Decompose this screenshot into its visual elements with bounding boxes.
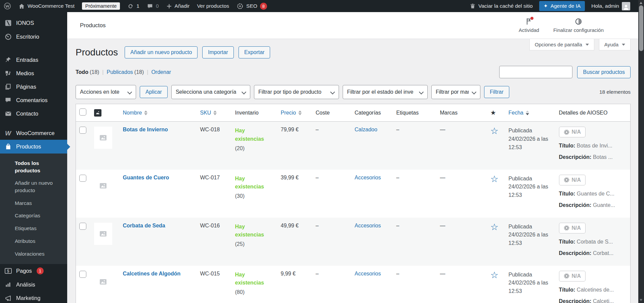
select-all-checkbox[interactable] xyxy=(79,109,86,116)
submenu-add-product[interactable]: Añadir un nuevo producto xyxy=(0,177,67,197)
comments-button[interactable]: 0 xyxy=(143,0,163,12)
filter-button[interactable]: Filtrar xyxy=(484,86,509,98)
aioseo-na-button[interactable]: N/A xyxy=(559,175,586,185)
scroll-down-arrow-icon[interactable] xyxy=(640,299,642,301)
row-checkbox[interactable] xyxy=(79,127,86,134)
featured-star-toggle[interactable]: ☆ xyxy=(490,174,499,184)
admin-bar-right: Vaciar la caché del sitio ✦ Agente de IA… xyxy=(466,0,634,12)
my-account-button[interactable]: Hola, admin xyxy=(588,0,634,12)
sidebar-item-woocommerce[interactable]: W WooCommerce xyxy=(0,127,67,140)
envelope-icon xyxy=(4,110,12,117)
view-products-button[interactable]: Ver productos xyxy=(193,0,233,12)
category-link[interactable]: Accesorios xyxy=(355,271,381,276)
featured-star-toggle[interactable]: ☆ xyxy=(490,222,499,232)
date-cell: Publicada24/02/2026 a las12:53 xyxy=(505,122,556,170)
scrollbar-thumb[interactable] xyxy=(639,5,643,51)
menu-separator xyxy=(0,121,67,127)
sidebar-item-contacto[interactable]: Contacto xyxy=(0,107,67,121)
view-sort-link[interactable]: Ordenar xyxy=(151,69,171,75)
new-content-button[interactable]: Añadir xyxy=(163,0,194,12)
category-link[interactable]: Calzadoo xyxy=(355,127,378,132)
ai-agent-button[interactable]: ✦ Agente de IA xyxy=(539,1,585,11)
stock-status-filter-select[interactable]: Filtrar por el estado del inventario xyxy=(343,85,428,99)
tags-cell: – xyxy=(393,266,437,303)
import-button[interactable]: Importar xyxy=(202,46,234,58)
stock-qty: (30) xyxy=(235,193,274,199)
column-header-fecha[interactable]: Fecha xyxy=(505,104,556,122)
row-checkbox[interactable] xyxy=(79,271,86,278)
aioseo-na-button[interactable]: N/A xyxy=(559,223,586,233)
product-name-link[interactable]: Corbata de Seda xyxy=(123,223,165,228)
featured-star-toggle[interactable]: ☆ xyxy=(490,270,499,280)
product-name-link[interactable]: Botas de Invierno xyxy=(123,127,168,132)
updates-button[interactable]: 1 xyxy=(124,0,143,12)
vertical-scrollbar[interactable] xyxy=(638,0,644,303)
product-thumbnail[interactable] xyxy=(94,271,112,293)
brand-filter-select[interactable]: Filtrar por marca xyxy=(431,85,480,99)
row-checkbox[interactable] xyxy=(79,175,86,182)
product-thumbnail[interactable] xyxy=(94,223,112,245)
seo-button[interactable]: SEO 8 xyxy=(233,0,271,12)
table-row: Calcetines de Algodón WC-015 Hay existen… xyxy=(76,266,631,303)
coming-soon-badge[interactable]: Próximamente xyxy=(78,0,124,12)
tags-cell: – xyxy=(393,218,437,266)
seo-title: Título: Botas de Invi... xyxy=(559,143,627,149)
sidebar-item-medios[interactable]: Medios xyxy=(0,67,67,80)
screen-options-button[interactable]: Opciones de pantalla xyxy=(529,39,594,50)
sidebar-item-escritorio[interactable]: Escritorio xyxy=(0,30,67,44)
export-button[interactable]: Exportar xyxy=(239,46,270,58)
product-name-link[interactable]: Calcetines de Algodón xyxy=(123,271,181,276)
sidebar-item-analisis[interactable]: Análisis xyxy=(0,278,67,291)
cost-cell: – xyxy=(312,266,351,303)
sidebar-item-marketing[interactable]: Marketing xyxy=(0,291,67,303)
sku-cell: WC-015 xyxy=(197,266,232,303)
submenu-brands[interactable]: Marcas xyxy=(0,197,67,210)
product-type-filter-select[interactable]: Filtrar por tipo de producto xyxy=(254,85,339,99)
featured-star-toggle[interactable]: ☆ xyxy=(490,126,499,136)
sku-cell: WC-016 xyxy=(197,218,232,266)
row-checkbox[interactable] xyxy=(79,223,86,230)
scroll-up-arrow-icon[interactable] xyxy=(640,2,642,4)
product-thumbnail[interactable] xyxy=(94,175,112,197)
payments-count-badge: 1 xyxy=(37,267,44,274)
category-link[interactable]: Accesorios xyxy=(355,223,381,228)
bulk-actions-select[interactable]: Acciones en lote xyxy=(76,85,136,99)
aioseo-na-button[interactable]: N/A xyxy=(559,127,586,137)
sidebar-item-pagos[interactable]: $ Pagos 1 xyxy=(0,264,67,278)
sidebar-item-comentarios[interactable]: Comentarios xyxy=(0,93,67,107)
apply-button[interactable]: Aplicar xyxy=(140,86,168,98)
add-product-button[interactable]: Añadir un nuevo producto xyxy=(125,46,198,58)
submenu-attributes[interactable]: Atributos xyxy=(0,235,67,248)
product-thumbnail[interactable] xyxy=(94,127,112,149)
column-header-nombre[interactable]: Nombre xyxy=(120,104,197,122)
sidebar-item-ionos[interactable]: IONOS xyxy=(0,16,67,30)
search-products-button[interactable]: Buscar productos xyxy=(577,66,631,78)
sidebar-item-productos[interactable]: Productos xyxy=(0,140,67,154)
site-name-button[interactable]: WooCommerce Test xyxy=(15,0,78,12)
activity-button[interactable]: Actividad xyxy=(519,18,539,33)
submenu-tags[interactable]: Etiquetas xyxy=(0,222,67,235)
view-all-link[interactable]: Todo(18) xyxy=(76,69,99,75)
search-input[interactable] xyxy=(499,66,572,78)
submenu-reviews[interactable]: Valoraciones xyxy=(0,248,67,260)
help-button[interactable]: Ayuda xyxy=(599,39,631,50)
submenu-all-products[interactable]: Todos los productos xyxy=(0,157,67,177)
seo-description: Descripción: Guante... xyxy=(559,202,627,208)
aioseo-na-button[interactable]: N/A xyxy=(559,271,586,282)
finish-setup-button[interactable]: Finalizar configuración xyxy=(553,18,604,33)
category-link[interactable]: Accesorios xyxy=(355,175,381,180)
product-name-link[interactable]: Guantes de Cuero xyxy=(123,175,169,180)
sidebar-item-paginas[interactable]: Páginas xyxy=(0,80,67,93)
wordpress-logo-button[interactable] xyxy=(0,0,15,12)
clear-cache-button[interactable]: Vaciar la caché del sitio xyxy=(466,0,536,12)
column-header-sku[interactable]: SKU xyxy=(197,104,232,122)
column-header-marcas: Marcas xyxy=(437,104,487,122)
stock-status: Hay existencias xyxy=(235,127,267,143)
view-published-link[interactable]: Publicados(18) xyxy=(107,69,144,75)
submenu-categories[interactable]: Categorías xyxy=(0,209,67,222)
items-count: 18 elementos xyxy=(599,89,631,95)
column-header-precio[interactable]: Precio xyxy=(277,104,312,122)
home-icon xyxy=(18,3,25,9)
category-filter-select[interactable]: Selecciona una categoría xyxy=(171,85,250,99)
sidebar-item-entradas[interactable]: Entradas xyxy=(0,53,67,67)
